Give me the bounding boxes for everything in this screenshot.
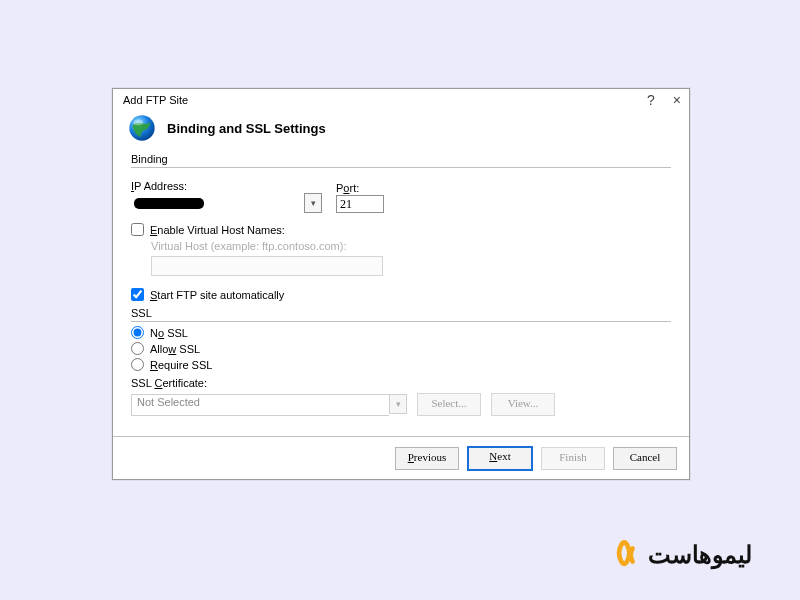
enable-vhost-checkbox[interactable]: Enable Virtual Host Names: xyxy=(131,223,671,236)
close-button[interactable]: × xyxy=(673,93,681,107)
require-ssl-radio[interactable]: Require SSL xyxy=(131,358,671,371)
binding-group-label: Binding xyxy=(131,153,671,165)
enable-vhost-check[interactable] xyxy=(131,223,144,236)
previous-button[interactable]: Previous xyxy=(395,447,459,470)
autostart-checkbox[interactable]: Start FTP site automatically xyxy=(131,288,671,301)
autostart-label: Start FTP site automatically xyxy=(150,289,284,301)
allow-ssl-radio[interactable]: Allow SSL xyxy=(131,342,671,355)
no-ssl-radio[interactable]: No SSL xyxy=(131,326,671,339)
ip-address-combo[interactable]: ▾ xyxy=(131,193,322,213)
titlebar: Add FTP Site ? × xyxy=(113,89,689,107)
window-controls: ? × xyxy=(647,93,681,107)
chevron-down-icon[interactable]: ▾ xyxy=(304,193,322,213)
chevron-down-icon[interactable]: ▾ xyxy=(389,394,407,414)
brand-icon xyxy=(612,540,642,570)
allow-ssl-label: Allow SSL xyxy=(150,343,200,355)
select-cert-button: Select... xyxy=(417,393,481,416)
ssl-cert-combo[interactable]: Not Selected ▾ xyxy=(131,394,407,416)
require-ssl-label: Require SSL xyxy=(150,359,212,371)
ssl-cert-row: Not Selected ▾ Select... View... xyxy=(131,393,671,416)
next-button[interactable]: Next xyxy=(467,446,533,471)
wizard-footer: Previous Next Finish Cancel xyxy=(113,436,689,479)
ssl-cert-label: SSL Certificate: xyxy=(131,377,671,389)
vhost-hint: Virtual Host (example: ftp.contoso.com): xyxy=(151,240,671,252)
divider xyxy=(131,167,671,168)
brand-watermark: لیموهاست xyxy=(612,540,752,570)
svg-point-1 xyxy=(134,120,143,126)
brand-text: لیموهاست xyxy=(648,541,752,569)
autostart-check[interactable] xyxy=(131,288,144,301)
no-ssl-label: No SSL xyxy=(150,327,188,339)
ip-address-value xyxy=(134,198,204,209)
cancel-button[interactable]: Cancel xyxy=(613,447,677,470)
ip-address-label: IP Address: xyxy=(131,180,322,192)
header: Binding and SSL Settings xyxy=(113,107,689,153)
page-heading: Binding and SSL Settings xyxy=(167,121,326,136)
port-input[interactable] xyxy=(336,195,384,213)
finish-button: Finish xyxy=(541,447,605,470)
divider xyxy=(131,321,671,322)
vhost-input xyxy=(151,256,383,276)
content: Binding IP Address: ▾ Port: Enable Virtu… xyxy=(113,153,689,416)
window-title: Add FTP Site xyxy=(123,94,188,106)
ssl-cert-value: Not Selected xyxy=(131,394,389,416)
add-ftp-site-dialog: Add FTP Site ? × Binding and SSL Setting… xyxy=(112,88,690,480)
globe-icon xyxy=(127,113,157,143)
enable-vhost-label: Enable Virtual Host Names: xyxy=(150,224,285,236)
port-label: Port: xyxy=(336,182,384,194)
binding-row: IP Address: ▾ Port: xyxy=(131,180,671,213)
ssl-group-label: SSL xyxy=(131,307,671,319)
view-cert-button: View... xyxy=(491,393,555,416)
help-button[interactable]: ? xyxy=(647,93,655,107)
